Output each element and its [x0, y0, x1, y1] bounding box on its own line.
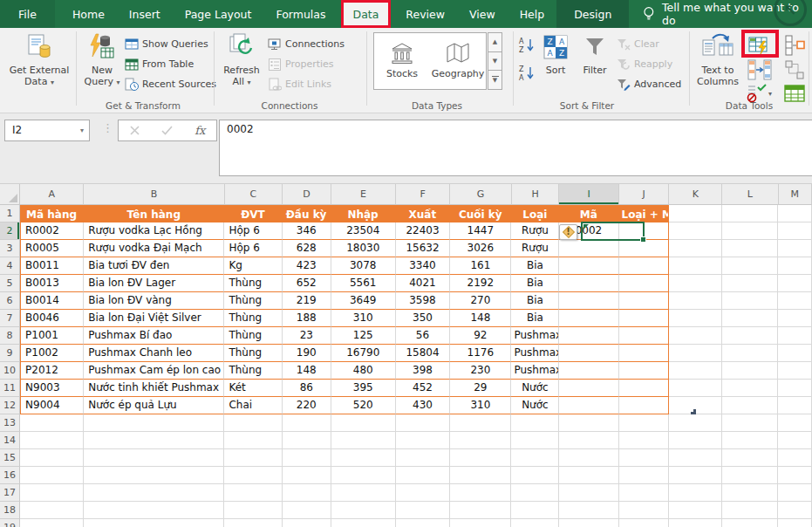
cell-G9[interactable]: 1176	[450, 345, 511, 362]
cell-M9[interactable]	[778, 345, 812, 362]
column-header-G[interactable]: G	[450, 184, 511, 205]
cell-A12[interactable]: N9004	[20, 397, 84, 414]
cell-J15[interactable]	[619, 449, 670, 467]
cell-E3[interactable]: 18030	[331, 240, 396, 257]
cell-I3[interactable]	[559, 240, 618, 257]
cell-D9[interactable]: 190	[283, 345, 331, 362]
get-external-data-button[interactable]: Get External Data ▾	[5, 30, 73, 110]
cancel-icon[interactable]	[130, 126, 140, 135]
cell-I11[interactable]	[559, 380, 618, 397]
cell-B3[interactable]: Rượu vodka Đại Mạch	[84, 240, 224, 257]
cell-H8[interactable]: Pushmax	[511, 327, 559, 345]
cell-L2[interactable]	[722, 222, 778, 240]
cell-E9[interactable]: 16790	[331, 345, 396, 362]
cell-J8[interactable]	[619, 327, 670, 345]
cell-E5[interactable]: 5561	[331, 275, 396, 292]
cell-L9[interactable]	[722, 345, 778, 362]
cell-E7[interactable]: 310	[331, 310, 396, 327]
cell-M11[interactable]	[778, 380, 812, 397]
cell-K17[interactable]	[669, 484, 722, 502]
cell-G6[interactable]: 270	[450, 292, 511, 310]
cell-C15[interactable]	[224, 449, 282, 467]
cell-M17[interactable]	[778, 484, 812, 502]
formula-input[interactable]: 0002	[219, 120, 812, 176]
cell-C17[interactable]	[224, 484, 282, 502]
row-header-2[interactable]: 2	[0, 222, 20, 240]
cell-C16[interactable]	[224, 467, 282, 484]
row-header-17[interactable]: 17	[0, 484, 20, 502]
row-header-3[interactable]: 3	[0, 240, 20, 257]
cell-F3[interactable]: 15632	[396, 240, 451, 257]
cell-D5[interactable]: 652	[283, 275, 331, 292]
cell-I7[interactable]	[559, 310, 618, 327]
tab-view[interactable]: View	[457, 0, 508, 28]
sort-descending-button[interactable]: ZA	[516, 63, 537, 84]
cell-M1[interactable]	[778, 205, 812, 222]
cell-D14[interactable]	[283, 432, 331, 449]
cell-C2[interactable]: Hộp 6	[224, 222, 282, 240]
cell-E6[interactable]: 3649	[331, 292, 396, 310]
cell-M6[interactable]	[778, 292, 812, 310]
cell-D12[interactable]: 220	[283, 397, 331, 414]
tab-review[interactable]: Review	[393, 0, 457, 28]
cell-C18[interactable]	[224, 502, 282, 519]
row-header-6[interactable]: 6	[0, 292, 20, 310]
cell-M7[interactable]	[778, 310, 812, 327]
cell-H10[interactable]: Pushmax	[511, 362, 559, 380]
cell-I4[interactable]	[559, 257, 618, 275]
column-header-A[interactable]: A	[20, 184, 84, 205]
cell-G2[interactable]: 1447	[450, 222, 511, 240]
row-header-8[interactable]: 8	[0, 327, 20, 345]
cell-L7[interactable]	[722, 310, 778, 327]
cell-M14[interactable]	[778, 432, 812, 449]
cell-K6[interactable]	[669, 292, 722, 310]
cell-H18[interactable]	[511, 502, 559, 519]
cell-M5[interactable]	[778, 275, 812, 292]
cell-D18[interactable]	[283, 502, 331, 519]
column-header-B[interactable]: B	[84, 184, 225, 205]
cell-I13[interactable]	[559, 414, 618, 432]
cell-H2[interactable]: Rượu	[511, 222, 559, 240]
row-header-9[interactable]: 9	[0, 345, 20, 362]
recent-sources-button[interactable]: Recent Sources	[125, 75, 216, 93]
cell-M4[interactable]	[778, 257, 812, 275]
cell-H17[interactable]	[511, 484, 559, 502]
cell-J12[interactable]	[619, 397, 670, 414]
cell-G11[interactable]: 29	[450, 380, 511, 397]
cell-D3[interactable]: 628	[283, 240, 331, 257]
connections-button[interactable]: Connections	[268, 35, 345, 53]
cell-M12[interactable]	[778, 397, 812, 414]
cell-J5[interactable]	[619, 275, 670, 292]
cell-G13[interactable]	[450, 414, 511, 432]
cell-B4[interactable]: Bia tươi ĐV đen	[84, 257, 224, 275]
cell-F8[interactable]: 56	[396, 327, 451, 345]
cell-A16[interactable]	[20, 467, 84, 484]
cell-K10[interactable]	[669, 362, 722, 380]
row-header-1[interactable]: 1	[0, 205, 20, 222]
cell-B18[interactable]	[84, 502, 224, 519]
cell-K7[interactable]	[669, 310, 722, 327]
cell-I16[interactable]	[559, 467, 618, 484]
cell-G3[interactable]: 3026	[450, 240, 511, 257]
edit-links-button[interactable]: Edit Links	[268, 75, 331, 93]
cell-L19[interactable]	[722, 519, 778, 527]
cell-E17[interactable]	[331, 484, 396, 502]
column-header-I[interactable]: I	[559, 184, 618, 205]
cell-A2[interactable]: R0002	[20, 222, 84, 240]
row-header-16[interactable]: 16	[0, 467, 20, 484]
cell-C14[interactable]	[224, 432, 282, 449]
cell-F12[interactable]: 430	[396, 397, 451, 414]
cell-H13[interactable]	[511, 414, 559, 432]
cell-L5[interactable]	[722, 275, 778, 292]
cell-G16[interactable]	[450, 467, 511, 484]
cell-B12[interactable]: Nước ép quả Lựu	[84, 397, 224, 414]
row-header-7[interactable]: 7	[0, 310, 20, 327]
cell-A18[interactable]	[20, 502, 84, 519]
gallery-scroll-down-button[interactable]: ▼	[488, 52, 502, 72]
cell-B13[interactable]	[84, 414, 224, 432]
cell-G18[interactable]	[450, 502, 511, 519]
cell-J17[interactable]	[619, 484, 670, 502]
row-header-11[interactable]: 11	[0, 380, 20, 397]
tab-formulas[interactable]: Formulas	[263, 0, 338, 28]
cell-B10[interactable]: Pushmax Cam ép lon cao	[84, 362, 224, 380]
